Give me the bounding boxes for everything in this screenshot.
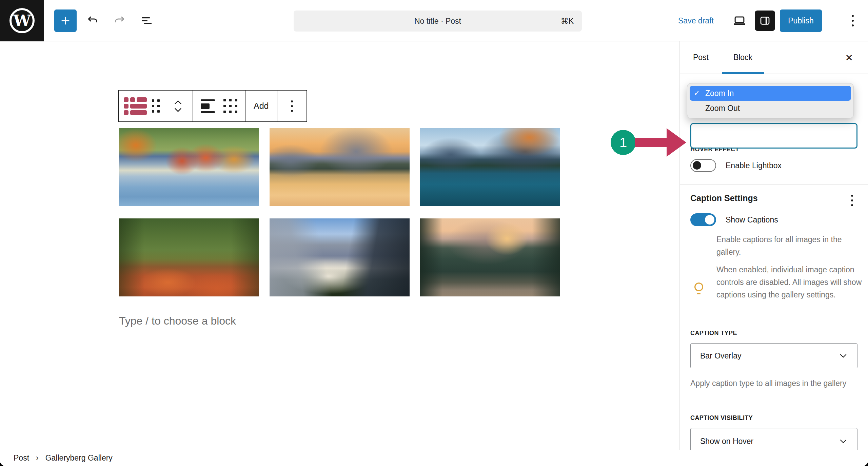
- align-button[interactable]: [198, 94, 218, 118]
- document-overview-button[interactable]: [135, 0, 159, 41]
- gallery-image-autumn-lake[interactable]: [119, 128, 259, 206]
- gallery-image-pine-sunset[interactable]: [420, 218, 560, 296]
- dropdown-option-label: Zoom In: [705, 89, 734, 98]
- publish-button[interactable]: Publish: [780, 9, 822, 32]
- show-captions-label: Show Captions: [726, 215, 778, 225]
- align-icon: [201, 99, 215, 113]
- captions-tip-text: When enabled, individual image caption c…: [716, 264, 863, 301]
- caption-visibility-label: CAPTION VISIBILITY: [690, 414, 753, 422]
- caption-settings-heading: Caption Settings: [690, 193, 758, 203]
- undo-button[interactable]: [81, 0, 104, 41]
- dropdown-option-zoom-in[interactable]: ✓ Zoom In: [690, 86, 851, 101]
- chevron-down-icon: [173, 107, 183, 113]
- check-icon: ✓: [694, 89, 700, 98]
- wordpress-editor: W No title · Post ⌘K: [0, 0, 868, 466]
- add-images-button[interactable]: Add: [250, 101, 272, 111]
- annotation-arrow: [635, 138, 669, 147]
- editor-canvas: Add Type / to choose a block 1: [0, 42, 679, 450]
- dropdown-option-zoom-out[interactable]: Zoom Out: [690, 101, 851, 116]
- gallery-image-sunset-mountain[interactable]: [270, 128, 410, 206]
- gallery-image-blue-lake[interactable]: [420, 128, 560, 206]
- editor-top-bar: W No title · Post ⌘K: [0, 0, 868, 41]
- gallery-image-yosemite-valley[interactable]: [270, 218, 410, 296]
- move-up-down-buttons[interactable]: [168, 94, 188, 118]
- grid-dots-icon: [223, 99, 237, 113]
- caption-visibility-value: Show on Hover: [700, 437, 753, 446]
- breadcrumb-separator: ›: [36, 453, 39, 463]
- enable-lightbox-label: Enable Lightbox: [726, 161, 782, 170]
- dropdown-option-label: Zoom Out: [705, 104, 740, 113]
- gallery-image-forest-leaves[interactable]: [119, 218, 259, 296]
- publish-label: Publish: [788, 16, 813, 25]
- breadcrumb-post[interactable]: Post: [14, 453, 29, 463]
- lightbulb-icon: [692, 281, 706, 298]
- save-draft-label: Save draft: [678, 16, 714, 25]
- close-sidebar-button[interactable]: ✕: [845, 41, 853, 74]
- tab-post[interactable]: Post: [680, 41, 722, 74]
- drag-handle[interactable]: [146, 94, 165, 118]
- kebab-menu-icon: [291, 100, 293, 112]
- settings-sidebar-toggle[interactable]: [755, 11, 775, 31]
- document-title: No title · Post: [414, 17, 461, 26]
- sidebar-panel-icon: [759, 15, 771, 27]
- redo-button[interactable]: [108, 0, 132, 41]
- chevron-up-icon: [173, 100, 183, 105]
- gallery-block-type-button[interactable]: [123, 94, 143, 118]
- gallery-block: [119, 128, 560, 296]
- close-icon: ✕: [845, 52, 853, 63]
- tab-block[interactable]: Block: [722, 41, 764, 74]
- show-captions-toggle[interactable]: [690, 213, 716, 226]
- save-draft-button[interactable]: Save draft: [678, 0, 714, 41]
- lightbox-toggle-row: Enable Lightbox: [690, 159, 782, 172]
- breadcrumb: Post › Galleryberg Gallery: [0, 450, 868, 466]
- laptop-icon: [732, 13, 747, 28]
- hover-effect-dropdown-menu: ✓ Zoom In Zoom Out: [687, 83, 854, 118]
- chevron-down-icon: [839, 439, 848, 444]
- preview-button[interactable]: [728, 0, 751, 41]
- list-view-icon: [140, 14, 154, 28]
- document-title-button[interactable]: No title · Post ⌘K: [294, 11, 582, 32]
- gallery-block-toolbar: Add: [118, 90, 307, 122]
- redo-icon: [113, 14, 126, 27]
- command-k-shortcut: ⌘K: [561, 17, 574, 26]
- panel-divider: [680, 184, 868, 185]
- kebab-menu-icon: [852, 15, 854, 26]
- undo-icon: [86, 14, 99, 27]
- show-captions-toggle-row: Show Captions: [690, 213, 778, 226]
- wordpress-logo[interactable]: W: [0, 0, 44, 41]
- options-menu-button[interactable]: [841, 0, 865, 41]
- drag-handle-icon: [152, 99, 160, 113]
- add-block-button[interactable]: [54, 9, 77, 32]
- wordpress-w-icon: W: [9, 8, 35, 33]
- caption-type-select[interactable]: Bar Overlay: [690, 343, 857, 368]
- enable-lightbox-toggle[interactable]: [690, 159, 716, 172]
- caption-visibility-select[interactable]: Show on Hover: [690, 428, 857, 450]
- breadcrumb-current: Galleryberg Gallery: [45, 453, 113, 463]
- caption-type-value: Bar Overlay: [700, 351, 741, 361]
- columns-button[interactable]: [220, 94, 240, 118]
- chevron-down-icon: [839, 353, 848, 358]
- plus-icon: [60, 15, 71, 26]
- block-placeholder[interactable]: Type / to choose a block: [119, 315, 236, 327]
- hover-effect-select[interactable]: [690, 123, 857, 149]
- annotation-arrow-head: [667, 128, 686, 157]
- caption-type-label: CAPTION TYPE: [690, 330, 737, 337]
- caption-type-help: Apply caption type to all images in the …: [690, 377, 850, 390]
- block-options-button[interactable]: [282, 94, 302, 118]
- sidebar-tabs: Post Block ✕: [680, 41, 868, 74]
- annotation-step-badge: 1: [611, 130, 636, 155]
- kebab-menu-icon: [851, 195, 853, 206]
- gallery-block-icon: [124, 97, 143, 115]
- show-captions-help: Enable captions for all images in the ga…: [716, 233, 862, 258]
- caption-settings-options-button[interactable]: [851, 195, 853, 206]
